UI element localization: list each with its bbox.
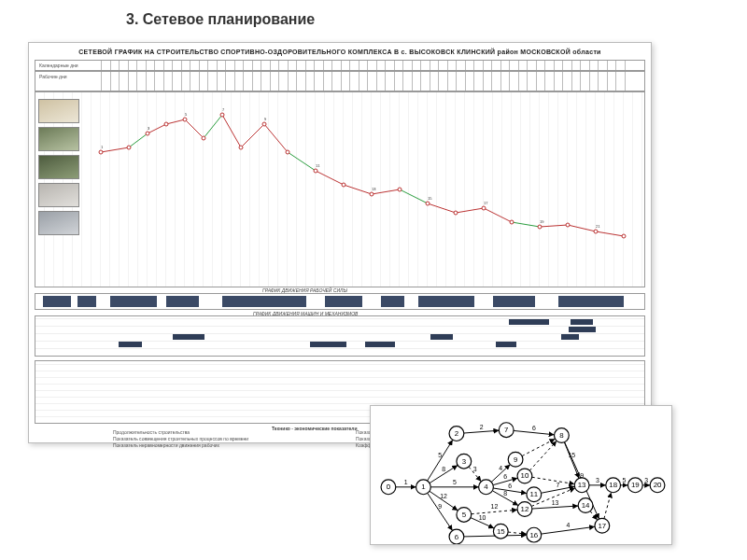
svg-point-40 (566, 223, 570, 227)
note: Показатель совмещения строительных проце… (113, 436, 248, 442)
svg-point-35 (426, 202, 430, 205)
svg-text:18: 18 (609, 481, 617, 489)
svg-text:17: 17 (484, 201, 488, 205)
svg-line-104 (604, 492, 612, 518)
footer-notes-left: Продолжительность строительства Показате… (113, 429, 248, 449)
svg-line-84 (514, 430, 554, 434)
svg-text:19: 19 (631, 481, 640, 489)
svg-line-1 (129, 133, 148, 147)
svg-text:6: 6 (508, 483, 512, 489)
network-diagram-card: 15851292346681210367131594353 0123456789… (370, 405, 672, 545)
svg-text:13: 13 (552, 499, 559, 506)
svg-text:14: 14 (582, 501, 590, 510)
svg-text:0: 0 (387, 483, 391, 491)
svg-text:15: 15 (497, 527, 505, 536)
svg-line-19 (568, 225, 596, 231)
svg-text:9: 9 (264, 117, 267, 121)
svg-text:12: 12 (440, 493, 447, 499)
svg-point-27 (220, 113, 224, 117)
svg-point-28 (239, 146, 243, 149)
svg-point-31 (314, 169, 317, 173)
critical-path-svg: 13579111315171921 (101, 96, 642, 283)
svg-text:10: 10 (521, 471, 529, 480)
calendar-header-row: Календарные дни (35, 60, 645, 71)
note: Продолжительность строительства (113, 429, 248, 436)
svg-line-18 (540, 225, 568, 227)
phase-thumbnails (38, 99, 83, 239)
svg-text:10: 10 (479, 514, 486, 521)
svg-text:3: 3 (596, 477, 599, 483)
svg-text:11: 11 (316, 163, 320, 168)
machines-movement-chart (35, 315, 645, 357)
svg-point-36 (454, 211, 458, 215)
svg-text:7: 7 (557, 482, 560, 488)
svg-line-56 (428, 440, 453, 481)
svg-line-16 (484, 208, 512, 222)
svg-text:21: 21 (596, 224, 600, 229)
svg-point-39 (538, 225, 542, 229)
svg-text:3: 3 (473, 466, 477, 472)
svg-point-38 (510, 220, 514, 224)
phase-thumb (38, 155, 79, 179)
svg-text:9: 9 (514, 455, 517, 464)
svg-line-15 (456, 208, 484, 213)
svg-text:4: 4 (566, 522, 570, 528)
svg-line-92 (532, 506, 578, 509)
svg-text:16: 16 (529, 531, 538, 539)
svg-line-8 (264, 124, 288, 152)
svg-point-37 (482, 206, 486, 210)
svg-line-78 (472, 510, 517, 513)
svg-text:13: 13 (372, 187, 376, 191)
svg-point-30 (286, 150, 289, 154)
svg-text:5: 5 (462, 511, 467, 519)
calendar-days-label: Календарные дни (39, 63, 78, 68)
svg-text:6: 6 (503, 473, 507, 480)
svg-point-42 (622, 234, 626, 238)
svg-text:3: 3 (148, 126, 150, 131)
svg-text:8: 8 (559, 431, 564, 440)
svg-point-29 (262, 122, 266, 126)
svg-text:9: 9 (438, 504, 442, 511)
svg-line-14 (428, 203, 456, 213)
svg-point-22 (127, 146, 131, 149)
svg-text:2: 2 (455, 429, 458, 438)
page-title: 3. Сетевое планирование (126, 11, 315, 28)
svg-text:5: 5 (453, 479, 457, 485)
svg-line-86 (522, 439, 555, 455)
svg-text:11: 11 (529, 490, 538, 498)
svg-text:6: 6 (532, 425, 536, 431)
gantt-title: СЕТЕВОЙ ГРАФИК НА СТРОИТЕЛЬСТВО СПОРТИВН… (29, 49, 651, 55)
svg-text:8: 8 (503, 490, 507, 497)
svg-point-25 (183, 118, 187, 121)
svg-point-34 (398, 188, 402, 191)
svg-text:7: 7 (504, 426, 508, 434)
svg-line-3 (166, 119, 185, 124)
labor-movement-chart (35, 293, 645, 310)
svg-text:1: 1 (101, 145, 104, 149)
svg-line-17 (512, 222, 540, 227)
svg-text:4: 4 (499, 465, 502, 471)
svg-line-7 (241, 124, 264, 147)
phase-thumb (38, 99, 79, 123)
svg-point-32 (342, 183, 345, 187)
svg-line-10 (316, 171, 344, 185)
svg-text:5: 5 (623, 477, 627, 483)
svg-line-4 (185, 119, 204, 138)
svg-line-9 (288, 152, 316, 171)
svg-line-98 (508, 532, 527, 534)
svg-line-5 (204, 115, 222, 138)
svg-text:5: 5 (185, 112, 188, 117)
svg-point-41 (594, 230, 598, 233)
phase-thumb (38, 127, 79, 151)
phase-thumb (38, 183, 79, 207)
svg-line-11 (344, 185, 372, 194)
svg-point-33 (370, 192, 374, 196)
svg-line-74 (493, 488, 527, 493)
svg-line-94 (564, 442, 579, 479)
svg-text:13: 13 (578, 481, 586, 489)
svg-line-6 (222, 115, 241, 147)
svg-text:6: 6 (455, 533, 459, 541)
gantt-chart-card: СЕТЕВОЙ ГРАФИК НА СТРОИТЕЛЬСТВО СПОРТИВН… (28, 42, 652, 443)
svg-text:1: 1 (421, 483, 425, 491)
svg-text:7: 7 (222, 107, 225, 112)
